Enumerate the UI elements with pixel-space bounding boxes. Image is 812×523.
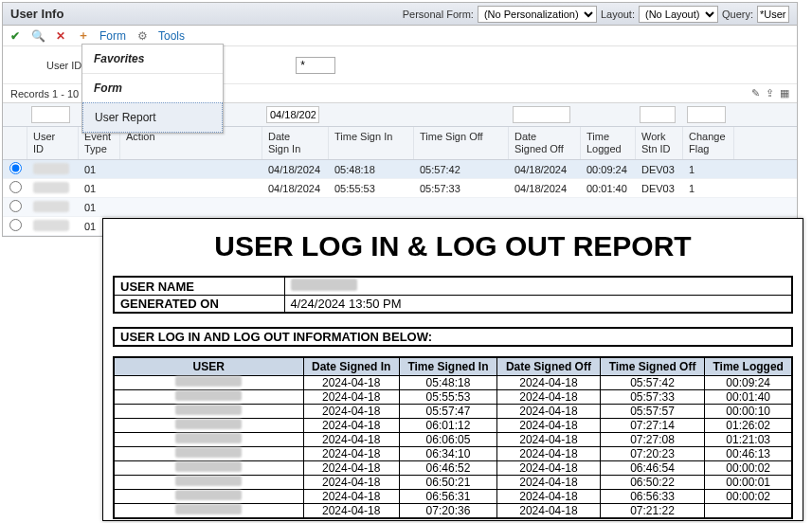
rcell-time-in: 06:56:31 <box>399 490 496 504</box>
filter-user-id[interactable] <box>31 106 70 123</box>
grid-settings-icon[interactable]: ▦ <box>780 87 789 99</box>
query-input[interactable] <box>757 6 789 23</box>
meta-generated-on-value: 4/24/2024 13:50 PM <box>284 296 792 314</box>
rcell-time-logged: 00:46:13 <box>705 447 792 461</box>
report-row: 2024-04-1806:56:312024-04-1806:56:3300:0… <box>114 490 792 504</box>
cell-time-sign-off: 05:57:42 <box>414 162 509 177</box>
rcell-time-off: 06:50:22 <box>600 476 705 490</box>
close-icon[interactable]: ✕ <box>54 29 67 43</box>
rcell-user <box>114 419 303 433</box>
rcell-time-logged <box>705 504 792 519</box>
dropdown-item-favorites[interactable]: Favorites <box>82 45 223 73</box>
rcell-time-in: 05:55:53 <box>399 390 496 405</box>
rcell-date-off: 2024-04-18 <box>497 490 601 504</box>
report-row: 2024-04-1806:50:212024-04-1806:50:2200:0… <box>114 476 792 490</box>
cell-time-sign-off <box>414 206 509 209</box>
rcell-date-in: 2024-04-18 <box>303 405 399 419</box>
rcell-user <box>114 476 303 490</box>
rcell-date-in: 2024-04-18 <box>303 504 399 519</box>
tools-menu[interactable]: Tools <box>158 29 185 43</box>
col-time-sign-off[interactable]: Time Sign Off <box>414 127 509 159</box>
rcell-date-in: 2024-04-18 <box>303 390 399 405</box>
personal-form-select[interactable]: (No Personalization) <box>478 6 597 23</box>
cell-time-sign-in <box>329 206 414 209</box>
cell-time-sign-off: 05:57:33 <box>414 181 509 196</box>
cell-work-stn <box>636 206 683 209</box>
cell-date-sign-in: 04/18/2024 <box>262 181 329 196</box>
col-date-signed-off[interactable]: DateSigned Off <box>509 127 581 159</box>
rcell-time-logged: 00:00:10 <box>705 405 792 419</box>
col-work-stn[interactable]: WorkStn ID <box>636 127 683 159</box>
filter-date-sign-in[interactable] <box>266 106 319 123</box>
rcell-user <box>114 433 303 447</box>
report-subtitle: USER LOG IN AND LOG OUT INFORMATION BELO… <box>120 330 785 344</box>
export-icon[interactable]: ⇪ <box>766 87 774 99</box>
col-date-sign-in[interactable]: DateSign In <box>262 127 329 159</box>
rcell-date-off: 2024-04-18 <box>497 461 601 476</box>
row-radio[interactable] <box>9 181 22 193</box>
rcell-date-in: 2024-04-18 <box>303 476 399 490</box>
rcol-date-off: Date Signed Off <box>497 357 601 376</box>
rcol-user: USER <box>114 357 303 376</box>
rcell-time-logged: 01:26:02 <box>705 419 792 433</box>
filter-work-stn[interactable] <box>640 106 676 123</box>
rcell-time-off: 07:27:14 <box>600 419 705 433</box>
col-change-flag[interactable]: ChangeFlag <box>683 127 734 159</box>
cell-change-flag: 1 <box>683 181 734 196</box>
dropdown-item-form[interactable]: Form <box>82 73 223 102</box>
filter-change-flag[interactable] <box>687 106 726 123</box>
rcell-time-in: 06:46:52 <box>399 461 496 476</box>
cell-event-type: 01 <box>79 162 120 177</box>
user-id-blurred <box>33 163 69 174</box>
records-text: Records 1 - 10 <box>10 88 79 99</box>
personal-form-label: Personal Form: <box>403 9 474 20</box>
rcell-time-in: 06:34:10 <box>399 447 496 461</box>
dropdown-item-user-report[interactable]: User Report <box>82 102 223 133</box>
col-time-sign-in[interactable]: Time Sign In <box>329 127 414 159</box>
report-row: 2024-04-1805:55:532024-04-1805:57:3300:0… <box>114 390 792 405</box>
edit-icon[interactable]: ✎ <box>751 87 760 99</box>
rcell-date-in: 2024-04-18 <box>303 490 399 504</box>
form-menu[interactable]: Form <box>99 29 126 43</box>
rcol-time-off: Time Signed Off <box>600 357 705 376</box>
report-subtitle-wrap: USER LOG IN AND LOG OUT INFORMATION BELO… <box>113 327 793 347</box>
table-row[interactable]: 0104/18/202405:48:1805:57:4204/18/202400… <box>3 160 797 179</box>
cell-time-sign-in: 05:48:18 <box>329 162 414 177</box>
search-icon[interactable]: 🔍 <box>31 29 45 43</box>
rcol-date-in: Date Signed In <box>303 357 399 376</box>
rcell-time-off: 06:56:33 <box>600 490 705 504</box>
row-radio[interactable] <box>9 219 22 231</box>
cell-date-signed-off <box>509 206 581 209</box>
cell-event-type: 01 <box>79 181 120 196</box>
star-input[interactable] <box>296 57 335 74</box>
rcell-user <box>114 390 303 405</box>
cell-date-sign-in: 04/18/2024 <box>262 162 329 177</box>
rcol-time-in: Time Signed In <box>399 357 496 376</box>
rcell-date-off: 2024-04-18 <box>497 390 601 405</box>
col-user-id[interactable]: UserID <box>27 127 79 159</box>
meta-user-name-value <box>284 277 792 296</box>
table-row[interactable]: 01 <box>3 198 797 217</box>
rcell-time-in: 06:01:12 <box>399 419 496 433</box>
cell-action <box>120 168 262 171</box>
ok-icon[interactable]: ✔ <box>9 29 22 43</box>
rcell-user <box>114 490 303 504</box>
cell-work-stn: DEV03 <box>636 162 683 177</box>
rcell-time-logged: 01:21:03 <box>705 433 792 447</box>
table-row[interactable]: 0104/18/202405:55:5305:57:3304/18/202400… <box>3 179 797 198</box>
layout-select[interactable]: (No Layout) <box>639 6 718 23</box>
col-time-logged[interactable]: TimeLogged <box>581 127 636 159</box>
form-dropdown: Favorites Form User Report <box>81 44 224 134</box>
cell-time-logged <box>581 206 636 209</box>
rcell-date-in: 2024-04-18 <box>303 447 399 461</box>
cell-event-type: 01 <box>79 200 120 215</box>
filter-date-signed-off[interactable] <box>513 106 570 123</box>
gear-icon[interactable]: ⚙ <box>135 29 149 43</box>
rcell-date-off: 2024-04-18 <box>497 433 601 447</box>
user-id-blurred <box>33 182 69 193</box>
row-radio[interactable] <box>9 200 22 212</box>
row-radio[interactable] <box>9 162 22 174</box>
report-overlay: USER LOG IN & LOG OUT REPORT USER NAME G… <box>102 218 803 521</box>
report-row: 2024-04-1806:06:052024-04-1807:27:0801:2… <box>114 433 792 447</box>
add-icon[interactable]: ＋ <box>77 29 90 43</box>
